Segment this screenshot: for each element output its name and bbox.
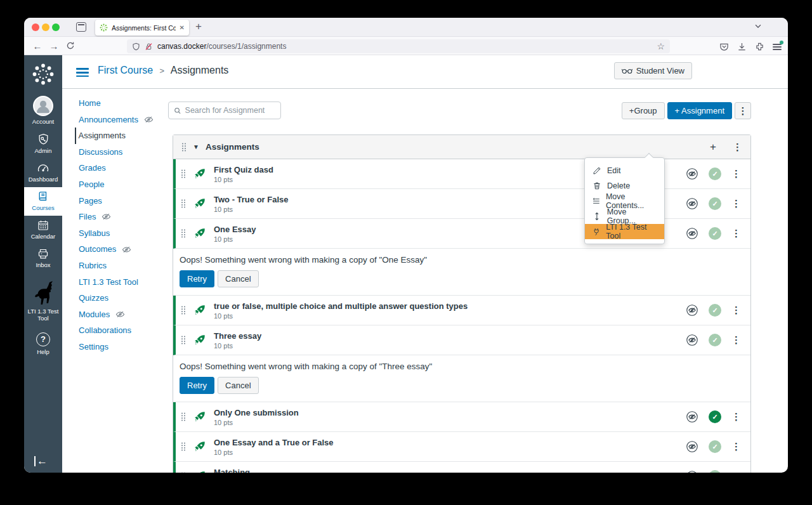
drag-handle-icon[interactable] bbox=[181, 228, 186, 239]
drag-handle-icon[interactable] bbox=[181, 305, 186, 315]
menu-item-delete[interactable]: Delete bbox=[585, 178, 664, 193]
course-nav-lti-test-tool[interactable]: LTI 1.3 Test Tool bbox=[75, 274, 157, 291]
publish-status-icon[interactable]: ✓ bbox=[709, 334, 721, 346]
course-nav-outcomes[interactable]: Outcomes bbox=[75, 241, 157, 258]
assignment-title-link[interactable]: Three essay bbox=[214, 331, 261, 341]
drag-handle-icon[interactable] bbox=[181, 199, 186, 209]
student-view-button[interactable]: Student View bbox=[614, 62, 692, 79]
row-kebab-icon[interactable]: ⋮ bbox=[731, 198, 741, 209]
row-kebab-icon[interactable]: ⋮ bbox=[731, 334, 741, 346]
course-nav-announcements[interactable]: Announcements bbox=[75, 112, 157, 128]
assignment-title-link[interactable]: Only One submission bbox=[214, 408, 299, 417]
global-nav-dashboard[interactable]: Dashboard bbox=[24, 159, 62, 187]
assignment-title-link[interactable]: Two - True or False bbox=[214, 195, 289, 204]
row-kebab-icon[interactable]: ⋮ bbox=[731, 305, 741, 316]
course-nav-pages[interactable]: Pages bbox=[75, 193, 157, 209]
global-nav-account[interactable]: Account bbox=[24, 92, 62, 129]
assignment-title-link[interactable]: One Essay and a True or False bbox=[214, 438, 334, 447]
insecure-lock-icon[interactable] bbox=[145, 43, 153, 51]
menu-item-lti-test-tool[interactable]: LTI 1.3 Test Tool bbox=[585, 224, 664, 239]
breadcrumb-course-link[interactable]: First Course bbox=[98, 65, 153, 75]
reload-button[interactable] bbox=[62, 41, 79, 50]
course-nav-quizzes[interactable]: Quizzes bbox=[75, 290, 157, 306]
browser-tab[interactable]: Assignments: First Course ✕ bbox=[95, 20, 189, 36]
tab-overflow-chevron-icon[interactable] bbox=[754, 22, 763, 30]
publish-status-icon[interactable]: ✓ bbox=[709, 304, 721, 317]
course-nav-home[interactable]: Home bbox=[75, 95, 157, 112]
eye-slash-circle-icon[interactable] bbox=[686, 334, 698, 346]
course-nav-people[interactable]: People bbox=[75, 176, 157, 193]
publish-status-icon[interactable]: ✓ bbox=[709, 227, 721, 240]
bookmark-star-icon[interactable]: ☆ bbox=[657, 41, 665, 51]
row-kebab-icon[interactable]: ⋮ bbox=[731, 411, 741, 423]
url-field[interactable]: canvas.docker/courses/1/assignments ☆ bbox=[127, 39, 670, 53]
course-nav-grades[interactable]: Grades bbox=[75, 160, 157, 176]
drag-handle-icon[interactable] bbox=[181, 335, 186, 345]
eye-slash-circle-icon[interactable] bbox=[686, 304, 698, 317]
extensions-puzzle-icon[interactable] bbox=[755, 42, 764, 51]
row-kebab-icon[interactable]: ⋮ bbox=[731, 228, 741, 239]
search-input[interactable] bbox=[185, 106, 275, 115]
row-kebab-icon[interactable]: ⋮ bbox=[731, 168, 741, 180]
firefox-view-icon[interactable] bbox=[76, 22, 86, 32]
publish-status-icon[interactable]: ✓ bbox=[709, 410, 721, 423]
assignments-options-kebab[interactable]: ⋮ bbox=[735, 102, 751, 119]
new-tab-button[interactable]: + bbox=[195, 20, 202, 33]
eye-slash-circle-icon[interactable] bbox=[686, 440, 698, 453]
drag-handle-icon[interactable] bbox=[181, 412, 186, 422]
add-assignment-button[interactable]: + Assignment bbox=[667, 102, 732, 119]
group-kebab-icon[interactable]: ⋮ bbox=[733, 141, 742, 153]
eye-slash-circle-icon[interactable] bbox=[686, 470, 698, 473]
menu-item-edit[interactable]: Edit bbox=[585, 163, 664, 178]
publish-status-icon[interactable]: ✓ bbox=[709, 167, 721, 180]
cancel-button[interactable]: Cancel bbox=[218, 377, 258, 394]
assignment-title-link[interactable]: Matching bbox=[214, 468, 250, 473]
downloads-icon[interactable] bbox=[737, 42, 747, 51]
course-nav-discussions[interactable]: Discussions bbox=[75, 144, 157, 161]
minimize-window-button[interactable] bbox=[42, 23, 49, 31]
drag-handle-icon[interactable] bbox=[181, 142, 187, 152]
collapse-global-nav-icon[interactable]: ← bbox=[34, 456, 48, 466]
row-kebab-icon[interactable]: ⋮ bbox=[731, 471, 741, 473]
back-button[interactable]: ← bbox=[29, 41, 46, 51]
drag-handle-icon[interactable] bbox=[181, 442, 186, 452]
app-menu-icon[interactable] bbox=[773, 43, 782, 50]
forward-button[interactable]: → bbox=[46, 41, 62, 51]
course-nav-assignments[interactable]: Assignments bbox=[75, 128, 157, 144]
close-window-button[interactable] bbox=[32, 23, 39, 31]
pocket-icon[interactable] bbox=[719, 42, 729, 51]
assignment-title-link[interactable]: One Essay bbox=[214, 225, 256, 234]
eye-slash-circle-icon[interactable] bbox=[686, 227, 698, 240]
course-nav-files[interactable]: Files bbox=[75, 209, 157, 225]
course-nav-modules[interactable]: Modules bbox=[75, 306, 157, 323]
tracking-shield-icon[interactable] bbox=[132, 43, 140, 51]
global-nav-calendar[interactable]: Calendar bbox=[24, 216, 62, 244]
hamburger-menu-icon[interactable] bbox=[76, 66, 89, 76]
global-nav-admin[interactable]: Admin bbox=[24, 129, 62, 159]
collapse-group-caret[interactable]: ▼ bbox=[193, 143, 199, 150]
publish-status-icon[interactable]: ✓ bbox=[709, 440, 721, 453]
eye-slash-circle-icon[interactable] bbox=[686, 197, 698, 210]
row-kebab-icon[interactable]: ⋮ bbox=[731, 441, 741, 452]
course-nav-collaborations[interactable]: Collaborations bbox=[75, 322, 157, 339]
course-nav-syllabus[interactable]: Syllabus bbox=[75, 225, 157, 242]
tab-close-icon[interactable]: ✕ bbox=[180, 24, 185, 31]
menu-item-move-group[interactable]: Move Group... bbox=[585, 209, 664, 224]
cancel-button[interactable]: Cancel bbox=[218, 270, 258, 287]
assignment-search[interactable] bbox=[168, 102, 281, 119]
publish-status-icon[interactable]: ✓ bbox=[709, 197, 721, 210]
course-nav-rubrics[interactable]: Rubrics bbox=[75, 258, 157, 274]
retry-button[interactable]: Retry bbox=[180, 270, 214, 287]
global-nav-lti-tool[interactable]: LTI 1.3 Test Tool bbox=[24, 273, 62, 326]
drag-handle-icon[interactable] bbox=[181, 169, 186, 179]
global-nav-inbox[interactable]: Inbox bbox=[24, 244, 62, 273]
menu-item-move-contents[interactable]: Move Contents... bbox=[585, 193, 664, 209]
course-nav-settings[interactable]: Settings bbox=[75, 339, 157, 355]
drag-handle-icon[interactable] bbox=[181, 471, 186, 473]
eye-slash-circle-icon[interactable] bbox=[686, 410, 698, 423]
publish-status-icon[interactable]: ✓ bbox=[709, 470, 721, 473]
global-nav-help[interactable]: ? Help bbox=[24, 326, 62, 360]
retry-button[interactable]: Retry bbox=[180, 377, 214, 394]
group-add-icon[interactable]: + bbox=[710, 141, 716, 154]
eye-slash-circle-icon[interactable] bbox=[686, 167, 698, 180]
